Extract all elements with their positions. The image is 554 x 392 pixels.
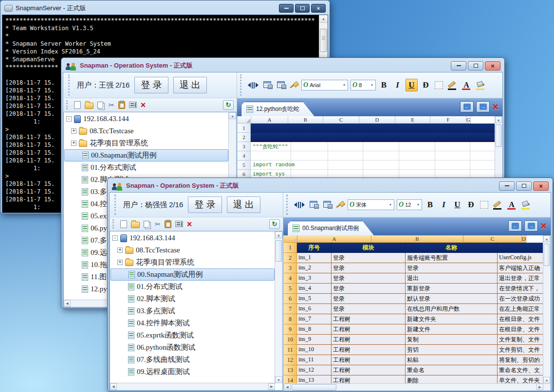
close-tab-icon[interactable]: × [492, 102, 499, 112]
tree-item[interactable]: 01.分布式测试 [64, 161, 228, 174]
new-file-icon[interactable] [120, 220, 127, 228]
cell[interactable]: 默认登录 [406, 294, 498, 304]
cell[interactable]: 登录 [332, 294, 406, 304]
row-header[interactable]: 8 [284, 314, 297, 324]
column-header[interactable]: D [359, 116, 395, 124]
open-folder-icon[interactable] [85, 103, 93, 109]
tree-hscrollbar[interactable]: ◀ ▶ [110, 383, 275, 390]
tree-item[interactable]: + 花季项目管理系统 [111, 256, 275, 268]
strikethrough-button[interactable]: Đ [465, 199, 477, 211]
cell[interactable]: 在线总用户和用户数 [406, 304, 498, 314]
cell[interactable]: 名称 [406, 243, 498, 253]
restore-button[interactable] [468, 61, 483, 71]
cell[interactable]: 退出 [406, 273, 498, 284]
save-table-icon[interactable] [310, 201, 319, 209]
row-header[interactable]: 7 [284, 304, 297, 314]
minimize-button[interactable] [451, 61, 466, 71]
cell[interactable]: ins_8 [297, 324, 332, 335]
new-file-icon[interactable] [74, 101, 81, 109]
cell[interactable]: ins_10 [297, 345, 332, 355]
tree-item[interactable]: 03.多点测试 [111, 305, 275, 317]
underline-button[interactable]: U [406, 79, 418, 91]
expander-icon[interactable]: + [71, 128, 76, 134]
cut-icon[interactable]: ✂ [109, 102, 114, 108]
scroll-up-icon[interactable]: ▲ [229, 112, 236, 119]
scroll-down-icon[interactable]: ▼ [275, 376, 282, 383]
row-header[interactable]: 5 [238, 160, 251, 170]
font-family-select[interactable]: O Arial ▼ [301, 80, 348, 90]
cell[interactable]: 重命名 [406, 365, 498, 375]
italic-button[interactable]: I [392, 79, 403, 91]
cell[interactable]: 新建文件 [406, 324, 498, 335]
tree-item[interactable]: 06.python函数测试 [111, 341, 275, 354]
row-header[interactable]: 5 [284, 284, 297, 294]
bold-button[interactable]: B [425, 199, 436, 211]
cut-icon[interactable]: ✂ [155, 221, 161, 228]
row-cells[interactable] [251, 151, 502, 160]
tree-item[interactable]: 07.多线曲线测试 [111, 354, 275, 366]
cell[interactable]: ins_7 [297, 314, 332, 324]
underline-button[interactable]: U [452, 199, 463, 211]
scroll-up-icon[interactable]: ▲ [319, 15, 328, 23]
tree-item[interactable]: 02.脚本测试 [111, 293, 275, 305]
eject-icon[interactable] [129, 102, 137, 108]
cell[interactable]: 登录 [332, 304, 406, 314]
cell[interactable]: ins_6 [297, 304, 332, 314]
italic-button[interactable]: I [438, 199, 449, 211]
column-header[interactable]: B [288, 116, 323, 124]
select-all-corner[interactable] [284, 235, 297, 243]
row-header[interactable]: 2 [238, 133, 251, 142]
row-header[interactable]: 4 [238, 151, 251, 160]
save-table-icon[interactable] [263, 81, 273, 89]
split-view-icon[interactable] [294, 202, 305, 208]
bold-button[interactable]: B [378, 79, 389, 91]
column-header[interactable]: G [466, 116, 471, 124]
cell[interactable]: 登录 [332, 263, 406, 273]
tree-item[interactable]: - 192.168.43.144 [64, 113, 228, 125]
chevron-down-icon[interactable]: ▼ [370, 84, 374, 87]
row-header[interactable]: 2 [284, 253, 297, 263]
border-color-icon[interactable] [447, 81, 457, 90]
sheet-tab[interactable]: 00.Snapman测试用例 [287, 221, 374, 235]
cell[interactable]: 复制 [406, 335, 498, 345]
cell[interactable]: 服务端账号配置 [406, 253, 498, 263]
row-header[interactable]: 3 [284, 263, 297, 273]
refresh-icon[interactable]: ↻ [223, 100, 234, 110]
logout-button[interactable]: 退 出 [173, 77, 207, 93]
next-tab-button[interactable]: → [476, 101, 490, 112]
scroll-up-icon[interactable]: ▲ [495, 116, 502, 123]
logout-button[interactable]: 退 出 [227, 196, 260, 213]
column-header[interactable]: E [395, 116, 430, 124]
row-cells[interactable] [251, 133, 502, 142]
paste-icon[interactable] [165, 220, 171, 228]
strikethrough-button[interactable]: Đ [420, 79, 431, 91]
scrollbar-thumb[interactable] [276, 240, 282, 262]
tree-item[interactable]: + 08.TccTestcase [111, 244, 275, 256]
tree-item[interactable]: 00.Snapman测试用例 [64, 149, 228, 161]
scroll-up-icon[interactable]: ▲ [275, 232, 282, 238]
login-button[interactable]: 登 录 [134, 77, 168, 93]
row-header[interactable]: 1 [284, 243, 297, 253]
cell[interactable]: ins_11 [297, 355, 332, 365]
cell[interactable]: ins_2 [297, 263, 332, 273]
close-button[interactable]: × [533, 181, 549, 191]
row-header[interactable]: 11 [284, 345, 297, 355]
tree-item[interactable]: 04.控件脚本测试 [111, 317, 275, 329]
cell[interactable]: 粘贴 [406, 355, 498, 365]
tree-item[interactable]: + 08.TccTestcase [64, 125, 228, 137]
tree-item[interactable]: + 花季项目管理系统 [64, 137, 228, 149]
cell[interactable]: ins_4 [297, 284, 332, 294]
tree-item[interactable]: 00.Snapman测试用例 [111, 268, 275, 281]
minimize-button[interactable] [499, 181, 515, 191]
next-tab-button[interactable]: → [524, 220, 538, 232]
cell[interactable]: 工程树 [332, 335, 406, 345]
cell[interactable]: 模块 [332, 243, 406, 253]
column-header[interactable]: D [522, 235, 526, 243]
eject-icon[interactable] [175, 221, 183, 227]
borders-icon[interactable] [480, 201, 488, 209]
row-header[interactable]: 10 [284, 335, 297, 345]
format-brush-icon[interactable] [336, 201, 345, 209]
row-header[interactable]: 13 [284, 365, 297, 375]
chevron-down-icon[interactable]: ▼ [388, 203, 392, 206]
font-color-icon[interactable]: A [507, 200, 517, 210]
